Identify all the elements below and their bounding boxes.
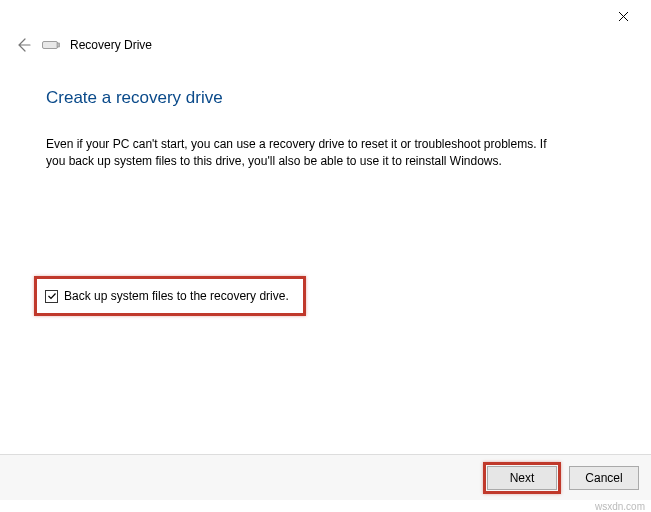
svg-rect-0 [43, 42, 58, 49]
next-button-highlight: Next [483, 462, 561, 494]
window-title: Recovery Drive [70, 38, 152, 52]
close-icon [618, 11, 629, 22]
backup-checkbox-row[interactable]: Back up system files to the recovery dri… [45, 289, 289, 303]
backup-checkbox-label: Back up system files to the recovery dri… [64, 289, 289, 303]
drive-icon [42, 38, 60, 52]
watermark: wsxdn.com [595, 501, 645, 512]
content-area: Create a recovery drive Even if your PC … [0, 58, 651, 171]
back-arrow-icon [15, 37, 31, 53]
footer-bar: Next Cancel [0, 454, 651, 500]
svg-rect-1 [57, 43, 60, 47]
close-button[interactable] [607, 2, 639, 30]
next-button[interactable]: Next [487, 466, 557, 490]
backup-checkbox[interactable] [45, 290, 58, 303]
checkbox-highlight: Back up system files to the recovery dri… [34, 276, 306, 316]
header-row: Recovery Drive [0, 32, 651, 58]
back-button[interactable] [14, 36, 32, 54]
title-bar [0, 0, 651, 32]
page-heading: Create a recovery drive [46, 88, 605, 108]
page-body-text: Even if your PC can't start, you can use… [46, 136, 566, 171]
cancel-button[interactable]: Cancel [569, 466, 639, 490]
check-icon [47, 291, 57, 301]
